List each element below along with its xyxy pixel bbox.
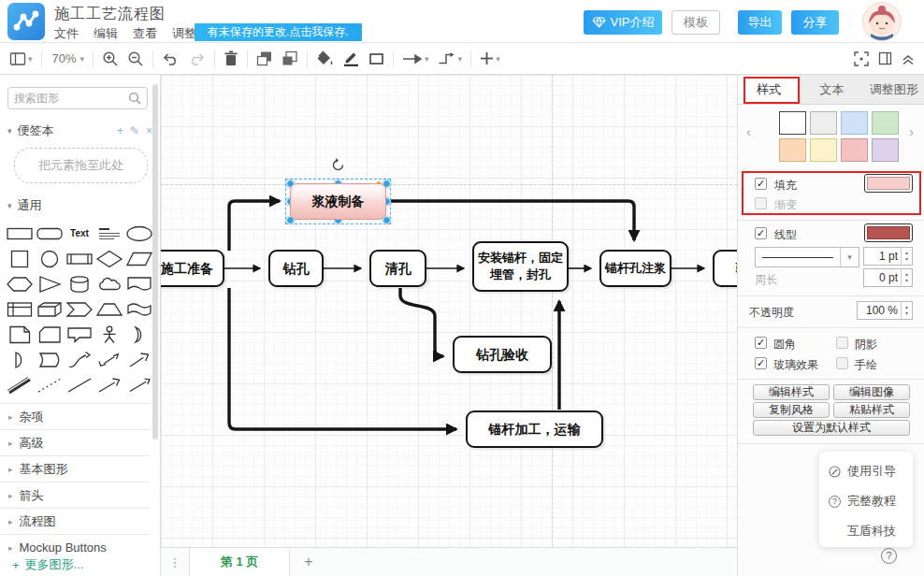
style-swatch-yellow[interactable] — [810, 138, 837, 162]
shape-triangle-icon[interactable] — [35, 271, 65, 296]
flow-node-drill[interactable]: 钻孔 — [268, 250, 324, 287]
user-avatar[interactable] — [862, 2, 902, 41]
shape-parallelogram-icon[interactable] — [124, 246, 154, 271]
shape-diamond-icon[interactable] — [94, 246, 124, 271]
shape-text-icon[interactable]: Text — [65, 221, 94, 246]
sidebar-section-arrows[interactable]: ▸箭头 — [0, 482, 150, 508]
style-swatch-white[interactable] — [779, 111, 806, 135]
shape-process-icon[interactable] — [65, 246, 94, 271]
flow-node-fabricate[interactable]: 锚杆加工，运输 — [466, 410, 603, 448]
shape-semicircle-icon[interactable] — [5, 347, 35, 372]
spin-up-icon[interactable]: ▴ — [905, 304, 908, 310]
sidebar-section-flowchart[interactable]: ▸流程图 — [0, 508, 150, 534]
menu-edit[interactable]: 编辑 — [94, 25, 118, 42]
edge-clean-to-inspect[interactable] — [400, 288, 443, 356]
opacity-spinner[interactable]: ▴▾ — [857, 301, 913, 320]
usage-guide-item[interactable]: 使用引导 — [829, 463, 896, 480]
style-swatch-blue[interactable] — [841, 111, 868, 135]
shape-block-arrow-icon[interactable] — [124, 347, 154, 372]
arrow-style-button[interactable]: ▾ — [402, 53, 429, 65]
sidebar-scrollbar[interactable] — [152, 84, 158, 439]
spin-up-icon[interactable]: ▴ — [905, 250, 908, 256]
rotate-handle-icon[interactable] — [330, 157, 346, 173]
redo-icon[interactable] — [188, 51, 206, 66]
delete-icon[interactable] — [224, 50, 238, 66]
line-checkbox[interactable]: ✓ — [755, 227, 767, 239]
shape-cloud-icon[interactable] — [94, 271, 124, 296]
send-back-icon[interactable] — [282, 50, 298, 66]
set-default-style-button[interactable]: 设置为默认样式 — [753, 420, 910, 436]
bring-front-icon[interactable] — [256, 50, 273, 66]
shape-thin-arrow-line-icon[interactable] — [124, 372, 154, 397]
full-tutorial-item[interactable]: ? 完整教程 — [829, 493, 896, 510]
glass-checkbox[interactable]: ✓ — [755, 357, 767, 369]
tab-text[interactable]: 文本 — [801, 75, 862, 104]
edge-prepare-to-slurry[interactable] — [229, 201, 280, 251]
style-swatch-pink[interactable] — [841, 138, 868, 162]
page-menu-icon[interactable]: ⋮ — [161, 555, 189, 569]
spin-up-icon[interactable]: ▴ — [905, 271, 908, 278]
sidebar-section-misc[interactable]: ▸杂项 — [0, 403, 150, 429]
shape-bidirectional-arrow-icon[interactable] — [94, 347, 124, 372]
flow-node-accept[interactable]: 验收 — [713, 250, 737, 287]
shape-rounded-rectangle-icon[interactable] — [35, 221, 65, 246]
shape-cylinder-icon[interactable] — [65, 271, 94, 296]
shape-crescent-icon[interactable] — [124, 322, 154, 347]
zoom-in-icon[interactable] — [102, 50, 119, 67]
connector-style-button[interactable]: ▾ — [438, 51, 463, 65]
insert-shape-button[interactable]: ▾ — [480, 51, 500, 65]
perimeter-input[interactable] — [864, 269, 901, 286]
edit-style-button[interactable]: 编辑样式 — [753, 384, 830, 400]
edit-image-button[interactable]: 编辑图像 — [833, 384, 910, 400]
general-section-header[interactable]: ▾ 通用 — [0, 194, 160, 217]
copy-style-button[interactable]: 复制风格 — [753, 402, 830, 418]
close-scrapbook-icon[interactable]: × — [146, 124, 152, 137]
page-setup-button[interactable]: ▾ — [9, 51, 33, 66]
swatch-prev-icon[interactable]: ‹ — [746, 123, 751, 139]
more-shapes-button[interactable]: + 更多图形... — [12, 556, 83, 573]
shape-internal-storage-icon[interactable] — [5, 296, 35, 322]
shape-thick-line-icon[interactable] — [5, 372, 35, 397]
shape-trapezoid-icon[interactable] — [94, 296, 124, 322]
shape-line-icon[interactable] — [65, 372, 94, 397]
fill-checkbox[interactable]: ✓ — [755, 178, 767, 190]
tab-style[interactable]: 样式 — [738, 75, 801, 104]
style-swatch-orange[interactable] — [779, 138, 806, 162]
menu-view[interactable]: 查看 — [133, 25, 157, 42]
zoom-out-icon[interactable] — [127, 50, 144, 67]
perimeter-spinner[interactable]: ▴▾ — [863, 268, 913, 287]
swatch-next-icon[interactable]: › — [909, 123, 914, 139]
shape-actor-icon[interactable] — [94, 322, 124, 347]
scrapbook-drop-zone[interactable]: 把元素拖至此处 — [14, 148, 148, 183]
style-swatch-green[interactable] — [872, 111, 899, 135]
flow-node-grout[interactable]: 锚杆孔注浆 — [599, 250, 671, 287]
shape-rectangle-icon[interactable] — [5, 221, 35, 246]
rounded-checkbox[interactable]: ✓ — [755, 337, 767, 349]
shape-heading-icon[interactable] — [94, 221, 124, 246]
line-width-spinner[interactable]: ▴▾ — [863, 247, 913, 266]
shape-tape-icon[interactable] — [124, 296, 154, 322]
shape-note-icon[interactable] — [5, 322, 35, 347]
shape-circle-icon[interactable] — [35, 246, 65, 271]
shape-callout-icon[interactable] — [65, 322, 94, 347]
spin-down-icon[interactable]: ▾ — [905, 310, 908, 317]
shape-search-box[interactable] — [7, 87, 148, 109]
shape-hexagon-icon[interactable] — [5, 271, 35, 296]
edge-prepare-to-fabricate[interactable] — [229, 288, 456, 429]
shape-curve-arrow-icon[interactable] — [65, 347, 94, 372]
line-width-input[interactable] — [864, 248, 901, 265]
line-color-icon[interactable] — [342, 50, 360, 66]
fill-color-icon[interactable] — [316, 50, 334, 66]
fill-color-button[interactable] — [864, 174, 913, 193]
flow-node-inspect[interactable]: 钻孔验收 — [453, 336, 552, 373]
diagram-canvas[interactable]: 施工准备 钻孔 清孔 安装锚杆，固定埋管，封孔 锚杆孔注浆 验收 钻孔验收 锚杆… — [161, 75, 737, 547]
collapse-toolbar-icon[interactable] — [902, 52, 915, 65]
help-button[interactable]: ? — [881, 548, 897, 564]
add-page-button[interactable]: + — [290, 554, 327, 570]
gradient-checkbox[interactable] — [755, 197, 767, 209]
search-input[interactable] — [14, 92, 128, 105]
spin-down-icon[interactable]: ▾ — [905, 278, 908, 284]
shape-cube-icon[interactable] — [35, 296, 65, 322]
undo-icon[interactable] — [162, 51, 180, 66]
sketch-checkbox[interactable] — [836, 357, 848, 369]
